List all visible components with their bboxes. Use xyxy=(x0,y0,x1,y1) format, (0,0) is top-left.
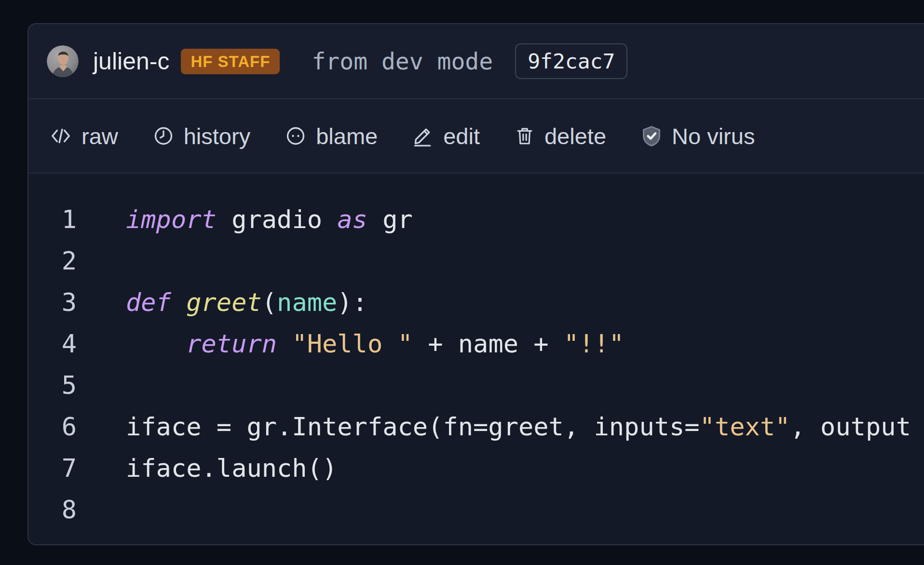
code-line: 5 xyxy=(28,364,924,406)
code-line-text: iface.launch() xyxy=(126,447,337,489)
code-line-text: return "Hello " + name + "!!" xyxy=(126,323,624,364)
toolbar-item-label: blame xyxy=(316,125,378,148)
trash-icon xyxy=(515,125,535,147)
code-line: 2 xyxy=(28,240,924,282)
file-viewer-panel: julien-c HF STAFF from dev mode 9f2cac7 … xyxy=(27,23,924,545)
toolbar-item-label: delete xyxy=(544,125,606,148)
code-viewer: 1import gradio as gr23def greet(name):4 … xyxy=(28,174,924,545)
clock-icon xyxy=(153,125,174,147)
avatar-image xyxy=(47,45,79,77)
code-line: 7iface.launch() xyxy=(28,447,924,489)
line-number[interactable]: 6 xyxy=(28,406,77,447)
code-icon xyxy=(50,125,72,147)
shield-check-icon xyxy=(641,124,662,148)
line-number[interactable]: 8 xyxy=(28,489,77,530)
code-line-text: iface = gr.Interface(fn=greet, inputs="t… xyxy=(126,406,911,447)
toolbar-item-delete[interactable]: delete xyxy=(515,125,606,148)
toolbar-item-label: raw xyxy=(82,125,118,148)
code-line: 3def greet(name): xyxy=(28,282,924,323)
commit-message: from dev mode xyxy=(312,48,493,75)
hf-staff-badge: HF STAFF xyxy=(181,49,280,74)
toolbar-item-label: history xyxy=(184,125,250,148)
line-number[interactable]: 2 xyxy=(28,240,77,282)
code-line: 4 return "Hello " + name + "!!" xyxy=(28,323,924,364)
pencil-icon xyxy=(412,125,434,147)
author-username[interactable]: julien-c xyxy=(93,47,169,75)
toolbar-item-raw[interactable]: raw xyxy=(50,125,118,148)
avatar[interactable] xyxy=(47,45,79,77)
code-line-text: import gradio as gr xyxy=(126,199,413,240)
toolbar-item-label: edit xyxy=(443,125,480,148)
code-line: 6iface = gr.Interface(fn=greet, inputs="… xyxy=(28,406,924,447)
toolbar-item-edit[interactable]: edit xyxy=(412,125,480,148)
commit-header: julien-c HF STAFF from dev mode 9f2cac7 xyxy=(28,24,924,99)
file-toolbar: rawhistoryblameeditdeleteNo virus xyxy=(28,99,924,174)
code-line: 8 xyxy=(28,489,924,530)
line-number[interactable]: 5 xyxy=(28,364,77,406)
line-number[interactable]: 3 xyxy=(28,282,77,323)
line-number[interactable]: 1 xyxy=(28,199,77,240)
code-line-text: def greet(name): xyxy=(126,282,367,323)
commit-hash[interactable]: 9f2cac7 xyxy=(515,43,627,79)
toolbar-item-history[interactable]: history xyxy=(153,125,250,148)
toolbar-item-label: No virus xyxy=(672,125,755,148)
line-number[interactable]: 4 xyxy=(28,323,77,364)
smiley-icon xyxy=(285,125,306,147)
toolbar-item-no-virus[interactable]: No virus xyxy=(641,124,755,148)
toolbar-item-blame[interactable]: blame xyxy=(285,125,378,148)
line-number[interactable]: 7 xyxy=(28,447,77,489)
code-line: 1import gradio as gr xyxy=(28,199,924,240)
